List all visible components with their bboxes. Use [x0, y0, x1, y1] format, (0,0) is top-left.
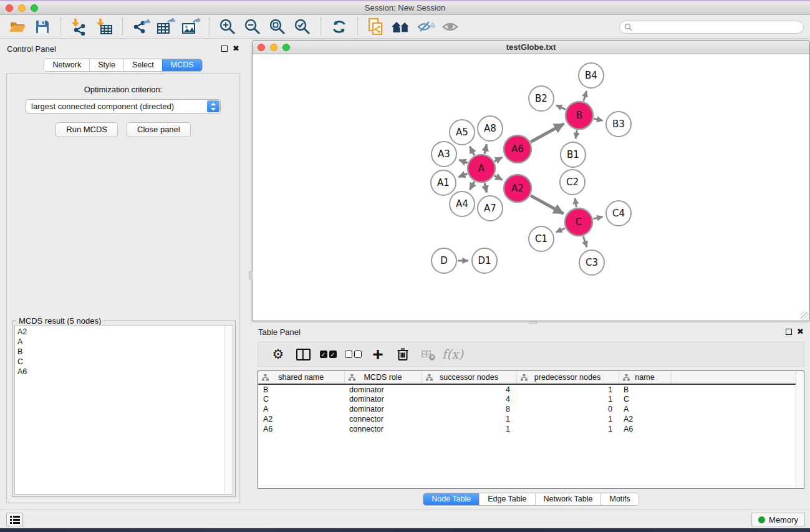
- copy-network-icon[interactable]: [365, 17, 387, 36]
- task-history-button[interactable]: [6, 513, 23, 526]
- deselect-all-icon[interactable]: [340, 344, 365, 364]
- table-cell[interactable]: C: [258, 394, 344, 404]
- graph-node-D[interactable]: D: [432, 248, 456, 273]
- table-row[interactable]: A2connector11A2: [258, 414, 796, 424]
- tab-network-table[interactable]: Network Table: [535, 493, 601, 505]
- graph-node-B2[interactable]: B2: [529, 86, 554, 111]
- zoom-selected-icon[interactable]: [292, 17, 313, 36]
- graph-node-C4[interactable]: C4: [606, 201, 631, 226]
- window-resize-grip[interactable]: [801, 312, 809, 320]
- graph-node-B3[interactable]: B3: [606, 112, 631, 137]
- table-cell[interactable]: C: [619, 394, 671, 404]
- zoom-in-icon[interactable]: [217, 17, 238, 36]
- optimization-criterion-dropdown[interactable]: largest connected component (directed): [26, 99, 221, 114]
- table-cell[interactable]: A: [258, 404, 344, 414]
- tab-network[interactable]: Network: [44, 59, 89, 71]
- graph-node-C3[interactable]: C3: [579, 250, 604, 275]
- result-list-item[interactable]: A2: [17, 327, 222, 337]
- graph-node-C[interactable]: C: [565, 208, 592, 236]
- close-table-panel-icon[interactable]: ✖: [797, 329, 804, 335]
- graph-node-A6[interactable]: A6: [504, 135, 531, 163]
- table-cell[interactable]: 1: [516, 384, 619, 394]
- graph-node-B1[interactable]: B1: [561, 142, 586, 167]
- column-header-MCDS-role[interactable]: MCDS role: [344, 371, 422, 384]
- close-panel-icon[interactable]: ✖: [233, 46, 239, 52]
- table-scrollbar[interactable]: [796, 371, 804, 488]
- graph-node-A4[interactable]: A4: [450, 191, 475, 216]
- delete-table-icon[interactable]: ✕: [415, 344, 440, 364]
- graph-node-D1[interactable]: D1: [472, 248, 497, 273]
- table-settings-icon[interactable]: ⚙: [266, 344, 291, 364]
- table-row[interactable]: Cdominator41C: [258, 394, 796, 404]
- export-image-icon[interactable]: [180, 17, 201, 36]
- table-cell[interactable]: connector: [344, 414, 422, 424]
- table-cell[interactable]: B: [619, 384, 671, 394]
- table-cell[interactable]: A6: [258, 424, 344, 434]
- float-panel-icon[interactable]: [221, 46, 228, 52]
- graph-node-B[interactable]: B: [566, 102, 593, 129]
- table-cell[interactable]: 1: [516, 424, 619, 434]
- result-list-item[interactable]: A: [17, 337, 222, 347]
- select-all-icon[interactable]: ✓✓: [316, 344, 340, 364]
- tab-style[interactable]: Style: [89, 59, 123, 71]
- graph-node-B4[interactable]: B4: [579, 63, 604, 88]
- table-cell[interactable]: dominator: [344, 404, 422, 414]
- close-panel-button[interactable]: Close panel: [127, 122, 191, 137]
- table-cell[interactable]: 1: [516, 394, 619, 404]
- table-cell[interactable]: 1: [422, 424, 516, 434]
- result-list-item[interactable]: C: [17, 357, 222, 367]
- table-cell[interactable]: 1: [422, 414, 516, 424]
- save-session-icon[interactable]: [32, 17, 53, 36]
- table-cell[interactable]: A2: [258, 414, 344, 424]
- tab-edge-table[interactable]: Edge Table: [479, 493, 534, 505]
- network-canvas[interactable]: B4B2BB3A5A8A6B1A3AC2A1A2A4A7C4CC1C3DD1: [253, 55, 809, 320]
- table-row[interactable]: Bdominator41B: [258, 384, 796, 394]
- tab-select[interactable]: Select: [123, 59, 162, 71]
- graph-node-A7[interactable]: A7: [478, 196, 503, 221]
- table-cell[interactable]: 0: [516, 404, 619, 414]
- float-table-panel-icon[interactable]: [786, 329, 792, 335]
- table-row[interactable]: Adominator80A: [258, 404, 796, 414]
- hide-selected-icon[interactable]: [415, 17, 436, 36]
- import-network-icon[interactable]: [69, 17, 90, 36]
- table-cell[interactable]: B: [258, 384, 344, 394]
- tab-motifs[interactable]: Motifs: [600, 493, 638, 505]
- run-mcds-button[interactable]: Run MCDS: [55, 122, 118, 137]
- graph-node-A3[interactable]: A3: [432, 142, 456, 167]
- table-cell[interactable]: connector: [344, 424, 422, 434]
- show-all-icon[interactable]: [440, 17, 461, 36]
- export-network-icon[interactable]: [130, 17, 152, 36]
- graph-node-C2[interactable]: C2: [560, 170, 585, 195]
- delete-columns-icon[interactable]: [390, 344, 415, 364]
- column-header-name[interactable]: name: [619, 371, 671, 384]
- home-view-icon[interactable]: [390, 17, 412, 36]
- graph-node-C1[interactable]: C1: [529, 226, 554, 251]
- graph-node-A[interactable]: A: [468, 155, 495, 182]
- graph-node-A8[interactable]: A8: [478, 116, 503, 141]
- result-list-item[interactable]: B: [17, 347, 222, 357]
- table-cell[interactable]: dominator: [344, 384, 422, 394]
- graph-node-A5[interactable]: A5: [450, 120, 475, 145]
- tab-node-table[interactable]: Node Table: [423, 493, 479, 505]
- split-handle-icon[interactable]: [249, 271, 253, 279]
- export-table-icon[interactable]: [155, 17, 176, 36]
- function-builder-icon[interactable]: f(x): [440, 344, 465, 364]
- tab-mcds[interactable]: MCDS: [162, 59, 202, 71]
- column-header-shared-name[interactable]: shared name: [258, 371, 344, 384]
- result-list-scrollbar[interactable]: [224, 326, 233, 494]
- add-column-icon[interactable]: +: [365, 344, 390, 364]
- table-cell[interactable]: 4: [422, 384, 516, 394]
- table-cell[interactable]: A6: [619, 424, 671, 434]
- network-window-titlebar[interactable]: testGlobe.txt: [253, 41, 809, 54]
- table-row[interactable]: A6connector11A6: [258, 424, 796, 434]
- table-cell[interactable]: 1: [516, 414, 619, 424]
- table-cell[interactable]: 4: [422, 394, 516, 404]
- table-cell[interactable]: A2: [619, 414, 671, 424]
- search-input[interactable]: [619, 21, 804, 34]
- open-session-icon[interactable]: [7, 17, 28, 36]
- split-view-icon[interactable]: [291, 344, 316, 364]
- table-cell[interactable]: A: [619, 404, 671, 414]
- column-header-successor-nodes[interactable]: successor nodes: [422, 371, 516, 384]
- import-table-icon[interactable]: [94, 17, 115, 36]
- refresh-view-icon[interactable]: [329, 17, 350, 36]
